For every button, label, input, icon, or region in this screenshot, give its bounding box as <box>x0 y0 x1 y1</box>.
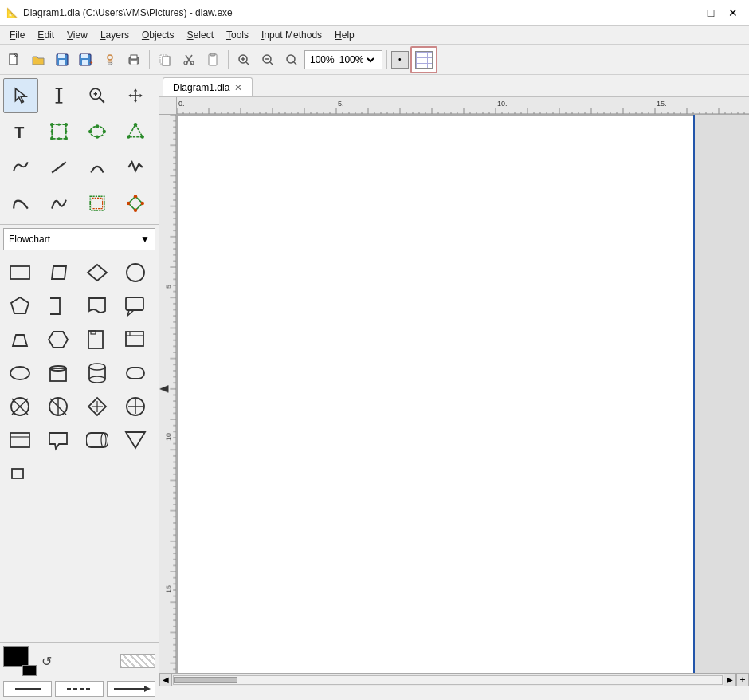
shape-diamond[interactable] <box>80 257 114 289</box>
shape-callout-sm[interactable] <box>41 424 75 456</box>
zoom-fit-button[interactable] <box>280 49 303 71</box>
shape-cross-y[interactable] <box>41 391 75 423</box>
move-tool[interactable] <box>118 78 153 113</box>
grid-display-button[interactable] <box>410 46 437 73</box>
copy-format-button[interactable] <box>154 49 176 71</box>
box-select-tool[interactable] <box>80 186 115 221</box>
menu-select[interactable]: Select <box>181 28 220 42</box>
shape-bracket-l[interactable] <box>41 290 75 322</box>
close-button[interactable]: ✕ <box>724 3 743 22</box>
zoom-out-button[interactable] <box>257 49 279 71</box>
curve-tool[interactable] <box>41 186 76 221</box>
tab-close-button[interactable]: ✕ <box>234 82 242 93</box>
shape-diamond-plus[interactable] <box>80 391 114 423</box>
menu-tools[interactable]: Tools <box>220 28 255 42</box>
shape-trapezoid[interactable] <box>3 324 37 356</box>
shape-category-label: Flowchart <box>9 234 50 245</box>
shape-category-dropdown[interactable]: Flowchart ▼ <box>3 228 155 250</box>
shape-cross-x[interactable] <box>3 391 37 423</box>
menu-help[interactable]: Help <box>328 28 361 42</box>
svg-marker-54 <box>128 124 143 136</box>
cut-button[interactable] <box>178 49 200 71</box>
scroll-left-button[interactable]: ◀ <box>159 674 172 686</box>
freehand-tool[interactable] <box>3 150 38 185</box>
snap-button[interactable]: • <box>391 51 409 69</box>
canvas-paper[interactable] <box>177 115 695 673</box>
arrow-style[interactable] <box>107 681 155 697</box>
menu-view[interactable]: View <box>61 28 94 42</box>
shape-document[interactable] <box>80 290 114 322</box>
arc-tool[interactable] <box>80 150 115 185</box>
menu-objects[interactable]: Objects <box>135 28 181 42</box>
text-tool[interactable]: T <box>3 114 38 149</box>
save-button[interactable] <box>51 49 73 71</box>
zigzag-tool[interactable] <box>118 150 153 185</box>
svg-point-65 <box>127 202 130 205</box>
ruler-corner <box>159 97 177 115</box>
shape-triangle-down[interactable] <box>119 424 152 456</box>
menu-input-methods[interactable]: Input Methods <box>255 28 328 42</box>
zoom-tool[interactable] <box>80 78 115 113</box>
edit-point-tool[interactable] <box>118 186 153 221</box>
new-button[interactable] <box>3 49 25 71</box>
horizontal-scrollbar[interactable]: ◀ ▶ + <box>159 673 749 686</box>
shape-rounded-rect[interactable] <box>119 357 152 389</box>
menubar: File Edit View Layers Objects Select Too… <box>0 26 749 45</box>
shape-rect[interactable] <box>3 257 37 289</box>
scroll-right-button[interactable]: ▶ <box>724 674 736 686</box>
minimize-button[interactable]: — <box>679 3 698 22</box>
stroke-color-box[interactable] <box>22 665 37 676</box>
titlebar-left: 📐 Diagram1.dia (C:\Users\VMS\Pictures) -… <box>6 7 233 18</box>
shape-circle[interactable] <box>119 257 152 289</box>
canvas-scroll[interactable] <box>177 115 749 673</box>
select-tool[interactable] <box>3 78 38 113</box>
toolbar-sep-3 <box>386 50 387 69</box>
menu-edit[interactable]: Edit <box>31 28 61 42</box>
maximize-button[interactable]: □ <box>701 3 720 22</box>
shape-hexagon[interactable] <box>41 324 75 356</box>
svg-line-34 <box>99 97 104 103</box>
shape-pentagon[interactable] <box>3 290 37 322</box>
shape-rect-doc[interactable] <box>80 324 114 356</box>
shape-callout[interactable] <box>119 290 152 322</box>
zoom-in-button[interactable] <box>233 49 255 71</box>
ellipse-select-tool[interactable] <box>80 114 115 149</box>
svg-marker-61 <box>128 196 143 210</box>
shape-panel: Flowchart ▼ <box>0 225 159 642</box>
save-as-button[interactable]: + <box>75 49 97 71</box>
paste-button[interactable] <box>202 49 224 71</box>
line-style-dashed[interactable] <box>55 681 104 697</box>
shape-circle-plus[interactable] <box>119 391 152 423</box>
shape-double-rect[interactable] <box>119 324 152 356</box>
h-ruler-canvas <box>177 97 749 115</box>
line-tool[interactable] <box>41 150 76 185</box>
diagram-tab[interactable]: Diagram1.dia ✕ <box>163 77 253 96</box>
box-tool[interactable] <box>41 114 76 149</box>
print-button[interactable] <box>123 49 145 71</box>
h-scroll-track[interactable] <box>173 675 723 685</box>
polygon-tool[interactable] <box>118 114 153 149</box>
svg-point-41 <box>50 123 53 126</box>
menu-file[interactable]: File <box>3 28 31 42</box>
shape-rect-sm[interactable] <box>3 424 37 456</box>
bezier-tool[interactable] <box>3 186 38 221</box>
menu-layers[interactable]: Layers <box>94 28 135 42</box>
svg-point-45 <box>57 124 60 126</box>
open-button[interactable] <box>27 49 49 71</box>
fill-pattern[interactable] <box>120 654 155 668</box>
h-scroll-thumb[interactable] <box>174 677 237 683</box>
export-button[interactable]: ⇒ <box>99 49 121 71</box>
text-cursor-tool[interactable] <box>41 78 76 113</box>
line-style-solid[interactable] <box>3 681 52 697</box>
dropdown-arrow-icon: ▼ <box>140 234 150 245</box>
swap-colors-icon[interactable]: ↺ <box>41 654 52 669</box>
add-diagram-button[interactable]: + <box>736 674 749 686</box>
shape-parallelogram[interactable] <box>41 257 75 289</box>
shape-cylinder[interactable] <box>41 357 75 389</box>
zoom-select[interactable]: 50% 100% 150% 200% <box>336 53 377 66</box>
fill-color-box[interactable] <box>3 646 29 667</box>
shape-drum[interactable] <box>80 357 114 389</box>
shape-oval[interactable] <box>3 357 37 389</box>
shape-data-storage[interactable] <box>80 424 114 456</box>
shape-small-rect[interactable] <box>3 458 37 490</box>
